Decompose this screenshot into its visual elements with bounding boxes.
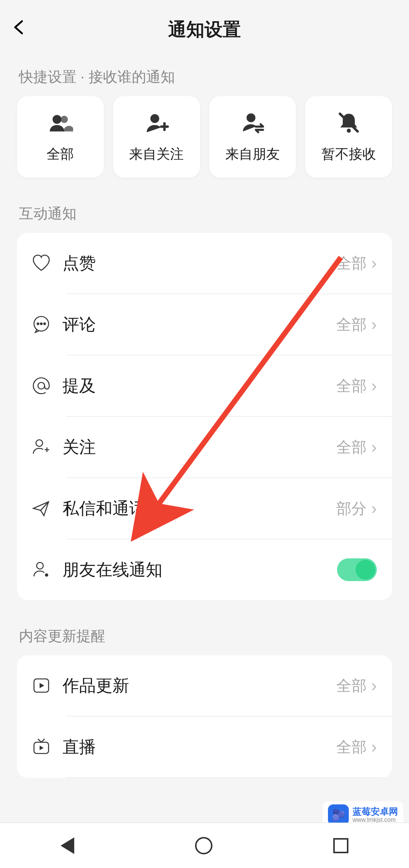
interaction-list: 点赞 全部 › 评论 全部 › 提及 全部 › 关注 全部 › 私信和通话 部分 bbox=[17, 233, 392, 600]
item-mention[interactable]: 提及 全部 › bbox=[17, 355, 392, 416]
item-label: 作品更新 bbox=[62, 675, 336, 697]
quick-option-label: 来自朋友 bbox=[225, 145, 280, 164]
quick-option-label: 全部 bbox=[47, 145, 74, 164]
nav-back-button[interactable] bbox=[61, 837, 74, 854]
quick-option-none[interactable]: 暂不接收 bbox=[305, 96, 392, 178]
item-follow[interactable]: 关注 全部 › bbox=[17, 417, 392, 477]
watermark-icon: 🫐 bbox=[328, 804, 349, 825]
item-like[interactable]: 点赞 全部 › bbox=[17, 233, 392, 293]
chevron-right-icon: › bbox=[371, 376, 377, 395]
item-label: 私信和通话 bbox=[62, 497, 336, 520]
heart-icon bbox=[28, 252, 62, 274]
person-add-icon bbox=[28, 436, 62, 458]
system-navbar bbox=[0, 823, 409, 868]
svg-point-8 bbox=[41, 323, 42, 324]
item-value: 全部 bbox=[336, 675, 367, 696]
svg-point-2 bbox=[150, 114, 159, 123]
svg-point-1 bbox=[61, 116, 68, 123]
item-label: 朋友在线通知 bbox=[62, 559, 337, 581]
svg-point-11 bbox=[36, 440, 43, 447]
comment-icon bbox=[28, 314, 62, 335]
item-comment[interactable]: 评论 全部 › bbox=[17, 294, 392, 355]
toggle-switch[interactable] bbox=[337, 558, 377, 581]
quick-option-friends[interactable]: 来自朋友 bbox=[209, 96, 296, 178]
page-title: 通知设置 bbox=[11, 17, 398, 42]
item-value: 全部 bbox=[336, 437, 367, 458]
watermark-title: 蓝莓安卓网 bbox=[353, 807, 398, 817]
send-icon bbox=[28, 498, 62, 519]
item-value: 全部 bbox=[336, 376, 367, 396]
quick-option-label: 来自关注 bbox=[129, 145, 184, 164]
section-title-interaction: 互动通知 bbox=[0, 178, 409, 233]
section-title-content: 内容更新提醒 bbox=[0, 600, 409, 655]
nav-home-button[interactable] bbox=[195, 837, 212, 854]
person-dot-icon bbox=[28, 559, 62, 580]
item-works-update[interactable]: 作品更新 全部 › bbox=[17, 655, 392, 716]
chevron-right-icon: › bbox=[371, 438, 377, 457]
video-icon bbox=[28, 675, 62, 696]
quick-option-following[interactable]: 来自关注 bbox=[113, 96, 200, 178]
bell-off-icon bbox=[336, 110, 362, 137]
quick-settings-label: 快捷设置 · 接收谁的通知 bbox=[0, 52, 409, 96]
item-value: 部分 bbox=[336, 498, 367, 519]
chevron-right-icon: › bbox=[371, 499, 377, 518]
item-value: 全部 bbox=[336, 737, 367, 757]
item-dm-call[interactable]: 私信和通话 部分 › bbox=[17, 478, 392, 539]
svg-point-0 bbox=[53, 115, 61, 124]
tv-icon bbox=[28, 736, 62, 757]
item-value: 全部 bbox=[336, 314, 367, 335]
people-icon bbox=[47, 110, 73, 137]
status-bar bbox=[0, 0, 409, 7]
item-label: 评论 bbox=[62, 313, 336, 336]
chevron-right-icon: › bbox=[371, 737, 377, 756]
item-label: 直播 bbox=[62, 736, 336, 758]
person-plus-icon bbox=[144, 110, 169, 137]
svg-point-10 bbox=[38, 382, 45, 389]
page-header: 通知设置 bbox=[0, 7, 409, 52]
svg-point-9 bbox=[44, 323, 45, 324]
item-value: 全部 bbox=[336, 253, 367, 274]
chevron-right-icon: › bbox=[371, 315, 377, 334]
quick-option-label: 暂不接收 bbox=[322, 145, 376, 164]
item-label: 点赞 bbox=[62, 252, 336, 274]
svg-point-7 bbox=[37, 323, 39, 324]
back-button[interactable] bbox=[11, 17, 27, 43]
person-swap-icon bbox=[240, 110, 265, 137]
item-label: 关注 bbox=[62, 436, 336, 458]
at-icon bbox=[28, 375, 62, 396]
quick-option-all[interactable]: 全部 bbox=[17, 96, 104, 178]
svg-point-13 bbox=[45, 573, 48, 577]
item-label: 提及 bbox=[62, 375, 336, 397]
quick-settings-row: 全部 来自关注 来自朋友 暂不接收 bbox=[0, 96, 409, 178]
svg-point-12 bbox=[37, 563, 44, 569]
chevron-right-icon: › bbox=[371, 676, 377, 695]
nav-recent-button[interactable] bbox=[333, 838, 348, 853]
svg-point-3 bbox=[247, 113, 255, 122]
content-list: 作品更新 全部 › 直播 全部 › bbox=[17, 655, 392, 778]
svg-point-4 bbox=[347, 129, 351, 133]
item-friend-online[interactable]: 朋友在线通知 bbox=[17, 539, 392, 600]
chevron-right-icon: › bbox=[371, 254, 377, 273]
watermark-url: www.lmkjst.com bbox=[353, 817, 398, 823]
item-live[interactable]: 直播 全部 › bbox=[17, 717, 392, 777]
